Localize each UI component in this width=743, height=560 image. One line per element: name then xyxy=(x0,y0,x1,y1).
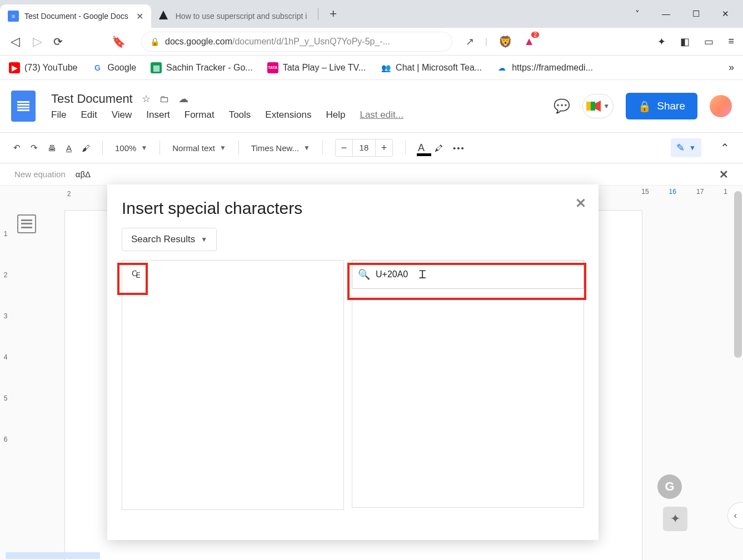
character-search-input[interactable]: 🔍 U+20A0 Ꮖ xyxy=(352,260,584,289)
bookmark-google[interactable]: GGoogle xyxy=(92,62,136,73)
spellcheck-icon[interactable]: A xyxy=(66,143,72,153)
comments-icon[interactable]: 💬 xyxy=(553,98,570,114)
tata-icon: TATA xyxy=(267,62,278,73)
font-dropdown[interactable]: Times New...▼ xyxy=(251,143,310,153)
user-avatar[interactable] xyxy=(710,95,732,117)
explore-icon[interactable]: ✦ xyxy=(663,507,687,531)
browser-tab-active[interactable]: ≡ Test Document - Google Docs ✕ xyxy=(0,4,151,28)
zoom-dropdown[interactable]: 100%▼ xyxy=(115,143,147,153)
document-title[interactable]: Test Document xyxy=(51,92,133,106)
search-value: U+20A0 xyxy=(376,269,408,279)
article-favicon-icon xyxy=(159,11,170,22)
collapse-toolbar-icon[interactable]: ⌃ xyxy=(720,141,730,154)
font-size-value[interactable]: 18 xyxy=(352,139,376,156)
google-icon: G xyxy=(92,62,103,73)
menu-view[interactable]: View xyxy=(112,109,132,121)
paint-format-icon[interactable]: 🖌 xyxy=(82,143,90,153)
vertical-ruler[interactable]: 1 2 3 4 5 6 xyxy=(0,230,11,477)
redo-icon[interactable]: ↷ xyxy=(31,143,38,153)
extension-icons: ✦ ◧ ▭ ≡ xyxy=(657,36,734,48)
bookmarks-overflow-icon[interactable]: » xyxy=(729,62,734,73)
special-characters-dialog: ✕ Insert special characters Search Resul… xyxy=(107,184,599,540)
increase-size-button[interactable]: + xyxy=(376,142,392,154)
equation-symbols[interactable]: αβΔ xyxy=(76,169,91,179)
menu-insert[interactable]: Insert xyxy=(146,109,170,121)
close-dialog-icon[interactable]: ✕ xyxy=(575,196,586,211)
menu-edit[interactable]: Edit xyxy=(81,109,97,121)
menu-tools[interactable]: Tools xyxy=(229,109,251,121)
horizontal-ruler[interactable]: 2 xyxy=(53,186,84,202)
youtube-icon: ▶ xyxy=(9,62,20,73)
docs-favicon-icon: ≡ xyxy=(8,11,19,22)
teams-icon: 👥 xyxy=(380,62,391,73)
editing-mode-dropdown[interactable]: ✎▼ xyxy=(671,138,701,157)
highlight-icon[interactable]: 🖍 xyxy=(435,143,443,153)
forward-icon[interactable]: ▷ xyxy=(31,34,43,49)
bookmark-framed[interactable]: ☁https://framedmedi... xyxy=(496,62,593,73)
address-bar-row: ◁ ▷ ⟳ 🔖 🔒 docs.google.com/document/d/1hP… xyxy=(0,28,743,56)
draw-character-area[interactable] xyxy=(352,297,584,508)
share-url-icon[interactable]: ↗ xyxy=(466,36,474,48)
share-label: Share xyxy=(657,100,685,112)
menu-icon[interactable]: ≡ xyxy=(728,36,734,47)
extensions-icon[interactable]: ✦ xyxy=(657,36,666,48)
minimize-icon[interactable]: ― xyxy=(662,9,670,19)
meet-icon xyxy=(586,101,601,112)
docs-toolbar: ↶ ↷ 🖶 A 🖌 100%▼ Normal text▼ Times New..… xyxy=(0,132,743,163)
last-edit-link[interactable]: Last edit... xyxy=(360,109,403,121)
cloud-status-icon[interactable]: ☁ xyxy=(178,93,188,105)
back-icon[interactable]: ◁ xyxy=(9,34,21,49)
close-equation-icon[interactable]: ✕ xyxy=(719,168,729,181)
print-icon[interactable]: 🖶 xyxy=(48,143,56,153)
undo-icon[interactable]: ↶ xyxy=(13,143,21,153)
share-button[interactable]: 🔒 Share xyxy=(626,93,697,119)
text-color-icon[interactable]: A xyxy=(418,142,425,154)
category-dropdown[interactable]: Search Results▼ xyxy=(122,228,217,251)
vertical-scrollbar[interactable] xyxy=(733,186,743,386)
tab-title: Test Document - Google Docs xyxy=(24,12,128,21)
close-window-icon[interactable]: ✕ xyxy=(722,9,729,19)
decrease-size-button[interactable]: − xyxy=(336,142,352,154)
sheets-icon: ▦ xyxy=(151,62,162,73)
close-tab-icon[interactable]: ✕ xyxy=(136,11,143,22)
menu-extensions[interactable]: Extensions xyxy=(265,109,311,121)
outline-icon[interactable] xyxy=(17,214,36,233)
bookmark-youtube[interactable]: ▶(73) YouTube xyxy=(9,62,77,73)
maximize-icon[interactable]: ☐ xyxy=(692,9,700,19)
meet-button[interactable]: ▼ xyxy=(582,94,614,118)
wallet-icon[interactable]: ▭ xyxy=(704,36,714,48)
bookmark-tata[interactable]: TATATata Play – Live TV... xyxy=(267,62,366,73)
address-bar[interactable]: 🔒 docs.google.com/document/d/1hP_y_UsnQ7… xyxy=(141,32,452,52)
character-result[interactable]: ₠ xyxy=(126,264,147,285)
menu-file[interactable]: File xyxy=(51,109,66,121)
grammarly-icon[interactable]: G xyxy=(657,474,682,499)
bookmark-teams[interactable]: 👥Chat | Microsoft Tea... xyxy=(380,62,482,73)
bookmarks-bar: ▶(73) YouTube GGoogle ▦Sachin Tracker - … xyxy=(0,56,743,80)
scrollbar-thumb[interactable] xyxy=(734,191,742,358)
bookmark-icon[interactable]: 🔖 xyxy=(112,35,126,48)
new-tab-button[interactable]: + xyxy=(330,7,337,21)
menu-bar: File Edit View Insert Format Tools Exten… xyxy=(51,109,403,121)
url-path: /document/d/1hP_y_UsnQ7YoPy-5p_-... xyxy=(232,37,390,47)
bookmark-sheets[interactable]: ▦Sachin Tracker - Go... xyxy=(151,62,253,73)
reload-icon[interactable]: ⟳ xyxy=(53,35,63,48)
cloud-icon: ☁ xyxy=(496,62,507,73)
more-tools-icon[interactable]: ••• xyxy=(453,143,465,153)
new-equation-label[interactable]: New equation xyxy=(14,169,66,179)
move-icon[interactable]: 🗀 xyxy=(159,93,169,105)
rewards-icon[interactable]: ▲2 xyxy=(523,35,535,48)
sidepanel-icon[interactable]: ◧ xyxy=(680,36,690,48)
menu-help[interactable]: Help xyxy=(326,109,345,121)
lock-icon: 🔒 xyxy=(150,37,159,46)
brave-shield-icon[interactable]: 🦁 xyxy=(498,35,512,48)
tabs-dropdown-icon[interactable]: ˅ xyxy=(635,9,640,19)
font-size-control: − 18 + xyxy=(335,139,393,157)
menu-format[interactable]: Format xyxy=(184,109,215,121)
url-host: docs.google.com xyxy=(165,37,232,47)
search-icon: 🔍 xyxy=(358,268,370,281)
lock-icon: 🔒 xyxy=(638,100,651,113)
star-icon[interactable]: ☆ xyxy=(142,93,151,105)
style-dropdown[interactable]: Normal text▼ xyxy=(172,143,226,153)
browser-tab-inactive[interactable]: How to use superscript and subscript i xyxy=(151,4,315,28)
docs-logo-icon[interactable] xyxy=(11,91,36,122)
